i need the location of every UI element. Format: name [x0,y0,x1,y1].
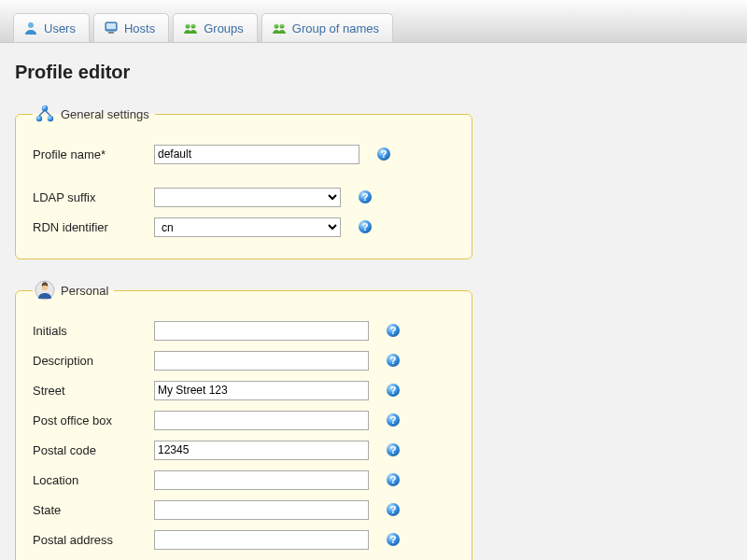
pobox-input[interactable] [154,411,369,430]
general-settings-legend: General settings [33,104,155,124]
groups-icon [183,21,198,35]
svg-text:?: ? [381,148,388,160]
description-label: Description [33,354,154,368]
help-icon[interactable]: ? [386,502,401,517]
svg-point-5 [191,24,196,29]
svg-point-0 [28,22,34,28]
street-label: Street [33,384,154,398]
help-icon[interactable]: ? [386,353,401,368]
svg-text:?: ? [390,534,397,545]
main-tabbar: Users Hosts Groups Group of names [0,0,747,43]
host-icon [104,21,119,35]
group-of-names-icon [272,21,287,35]
personal-legend-text: Personal [61,284,108,298]
ldap-suffix-label: LDAP suffix [33,190,154,204]
pobox-label: Post office box [33,413,154,427]
svg-rect-2 [106,23,116,29]
help-icon[interactable]: ? [376,147,391,161]
help-icon[interactable]: ? [386,413,401,427]
svg-text:?: ? [390,444,397,455]
postal-code-label: Postal code [33,443,154,457]
location-input[interactable] [154,470,369,490]
svg-point-4 [186,24,190,29]
svg-text:?: ? [362,221,369,232]
svg-point-9 [36,116,42,121]
tab-group-of-names-label: Group of names [292,21,379,35]
rdn-identifier-select[interactable]: cn [154,217,341,237]
svg-rect-3 [108,32,114,34]
personal-legend: Personal [33,280,114,301]
person-icon [35,280,55,301]
user-icon [23,21,38,35]
svg-text:?: ? [390,385,397,396]
ldap-suffix-select[interactable] [154,188,341,207]
street-input[interactable] [154,381,369,400]
postal-address-input[interactable] [154,530,369,550]
svg-line-11 [39,110,45,116]
postal-code-input[interactable] [154,441,369,460]
tab-groups-label: Groups [204,21,244,35]
tree-icon [35,104,55,124]
svg-text:?: ? [362,191,369,203]
svg-text:?: ? [390,474,397,485]
help-icon[interactable]: ? [386,383,401,398]
state-input[interactable] [154,500,369,520]
postal-address-label: Postal address [33,533,154,547]
svg-text:?: ? [390,355,397,366]
tab-group-of-names[interactable]: Group of names [261,13,393,42]
svg-text:?: ? [390,504,397,515]
profile-name-label: Profile name* [33,147,154,161]
description-input[interactable] [154,351,369,371]
help-icon[interactable]: ? [386,442,401,457]
svg-point-10 [48,116,53,121]
profile-name-input[interactable] [154,145,359,164]
help-icon[interactable]: ? [358,189,373,204]
initials-label: Initials [33,324,154,338]
svg-point-6 [274,24,278,29]
rdn-identifier-label: RDN identifier [33,220,154,234]
page-title: Profile editor [15,62,732,83]
initials-input[interactable] [154,321,369,341]
help-icon[interactable]: ? [358,219,373,234]
tab-users-label: Users [44,21,76,35]
svg-point-7 [279,24,284,29]
tab-hosts-label: Hosts [124,21,155,35]
help-icon[interactable]: ? [386,472,401,487]
svg-line-12 [45,110,50,116]
tab-users[interactable]: Users [13,13,90,42]
page-body: Profile editor General settings Profile … [0,43,747,560]
general-legend-text: General settings [61,107,149,121]
help-icon[interactable]: ? [386,532,401,547]
personal-box: Personal Initials ? Description ? Street… [15,280,472,560]
tab-groups[interactable]: Groups [173,13,258,42]
svg-text:?: ? [390,325,397,336]
location-label: Location [33,473,154,487]
svg-text:?: ? [390,414,397,426]
general-settings-box: General settings Profile name* ? LDAP su… [15,104,472,259]
help-icon[interactable]: ? [386,323,401,338]
tab-hosts[interactable]: Hosts [93,13,169,42]
state-label: State [33,503,154,517]
